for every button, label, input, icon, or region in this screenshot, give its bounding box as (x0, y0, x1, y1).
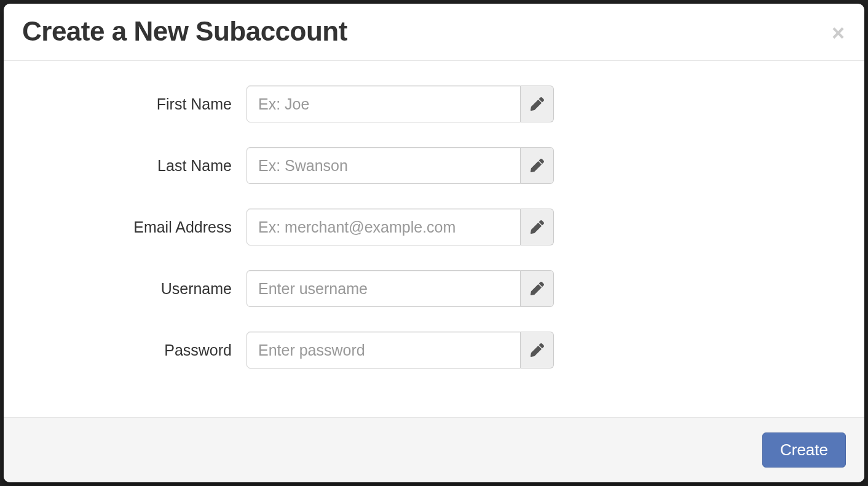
first-name-edit-button[interactable] (521, 86, 554, 122)
password-group: Password (22, 332, 846, 368)
close-button[interactable]: × (832, 22, 845, 44)
password-label: Password (22, 341, 247, 359)
modal-header: Create a New Subaccount × (4, 4, 864, 61)
first-name-group: First Name (22, 86, 846, 122)
last-name-group: Last Name (22, 147, 846, 184)
username-input-group (247, 270, 554, 307)
username-label: Username (22, 280, 247, 298)
username-group: Username (22, 270, 846, 307)
username-edit-button[interactable] (521, 270, 554, 307)
close-icon: × (832, 20, 845, 46)
email-address-input-group (247, 209, 554, 245)
first-name-label: First Name (22, 95, 247, 113)
last-name-input-group (247, 147, 554, 184)
pencil-icon (531, 97, 544, 111)
email-address-label: Email Address (22, 218, 247, 236)
first-name-input[interactable] (247, 86, 521, 122)
email-address-edit-button[interactable] (521, 209, 554, 245)
create-button[interactable]: Create (762, 432, 846, 468)
pencil-icon (531, 220, 544, 234)
create-subaccount-modal: Create a New Subaccount × First Name Las… (4, 4, 864, 482)
password-input[interactable] (247, 332, 521, 368)
email-address-group: Email Address (22, 209, 846, 245)
first-name-input-group (247, 86, 554, 122)
pencil-icon (531, 159, 544, 172)
modal-footer: Create (4, 417, 864, 482)
last-name-edit-button[interactable] (521, 147, 554, 184)
modal-body: First Name Last Name Email Address (4, 61, 864, 417)
password-edit-button[interactable] (521, 332, 554, 368)
modal-title: Create a New Subaccount (22, 16, 347, 47)
username-input[interactable] (247, 270, 521, 307)
pencil-icon (531, 282, 544, 295)
last-name-label: Last Name (22, 157, 247, 175)
pencil-icon (531, 343, 544, 357)
email-address-input[interactable] (247, 209, 521, 245)
password-input-group (247, 332, 554, 368)
last-name-input[interactable] (247, 147, 521, 184)
